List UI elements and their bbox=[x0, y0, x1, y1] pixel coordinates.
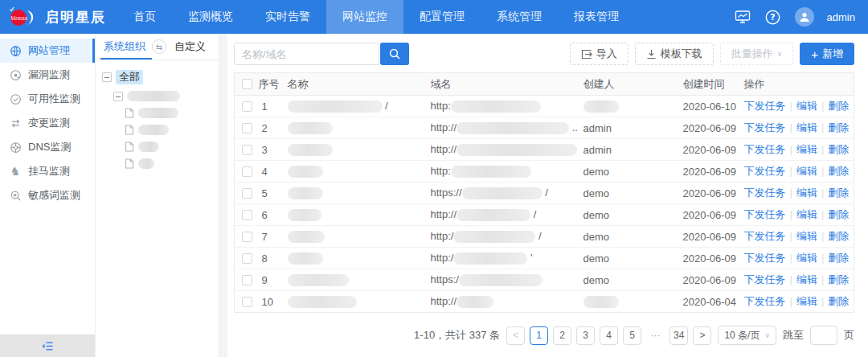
dispatch-task-link[interactable]: 下发任务 bbox=[744, 273, 786, 285]
search-button[interactable] bbox=[380, 43, 409, 65]
nav-item-3[interactable]: 实时告警 bbox=[249, 0, 326, 34]
tree-collapse-toggle-icon[interactable] bbox=[113, 92, 123, 101]
edit-link[interactable]: 编辑 bbox=[796, 273, 817, 285]
delete-link[interactable]: 删除 bbox=[828, 143, 849, 155]
tree-collapse-toggle-icon[interactable] bbox=[102, 72, 112, 82]
edit-link[interactable]: 编辑 bbox=[796, 121, 817, 133]
delete-link[interactable]: 删除 bbox=[828, 208, 849, 220]
template-download-button[interactable]: 模板下载 bbox=[635, 43, 714, 65]
search-input[interactable] bbox=[234, 43, 379, 65]
page-button-3[interactable]: 3 bbox=[576, 326, 595, 345]
page-size-select[interactable]: 10 条/页 ∨ bbox=[718, 326, 776, 345]
delete-link[interactable]: 删除 bbox=[828, 121, 849, 133]
sidebar-item-5[interactable]: DNS监测 bbox=[0, 135, 95, 159]
nav-item-5[interactable]: 配置管理 bbox=[403, 0, 481, 34]
swap-tabs-icon[interactable]: ⇆ bbox=[152, 39, 166, 54]
sidebar-item-4[interactable]: 变更监测 bbox=[0, 111, 95, 135]
user-avatar[interactable] bbox=[795, 7, 814, 27]
page-button-1[interactable]: 1 bbox=[530, 326, 548, 345]
sidebar-item-7[interactable]: 敏感词监测 bbox=[0, 183, 95, 207]
dispatch-task-link[interactable]: 下发任务 bbox=[744, 252, 786, 264]
action-separator: | bbox=[821, 273, 824, 285]
delete-link[interactable]: 删除 bbox=[828, 165, 849, 177]
dispatch-task-link[interactable]: 下发任务 bbox=[744, 165, 786, 177]
cell-actions: 下发任务|编辑|删除 bbox=[744, 139, 854, 161]
row-checkbox[interactable] bbox=[242, 210, 252, 220]
action-separator: | bbox=[790, 230, 792, 242]
tree-node-blurred[interactable] bbox=[102, 158, 212, 169]
edit-link[interactable]: 编辑 bbox=[796, 165, 817, 177]
import-button[interactable]: 导入 bbox=[570, 43, 628, 65]
tree-node-blurred[interactable] bbox=[102, 125, 212, 135]
row-checkbox[interactable] bbox=[242, 297, 252, 307]
page-button-2[interactable]: 2 bbox=[553, 326, 571, 345]
edit-link[interactable]: 编辑 bbox=[796, 100, 817, 112]
tree-node-blurred[interactable] bbox=[102, 108, 212, 118]
page-button-34[interactable]: 34 bbox=[669, 326, 688, 345]
page-button-5[interactable]: 5 bbox=[623, 326, 641, 345]
nav-item-2[interactable]: 监测概览 bbox=[172, 0, 249, 34]
nav-item-6[interactable]: 系统管理 bbox=[481, 0, 558, 34]
help-icon[interactable]: ? bbox=[764, 8, 782, 26]
dispatch-task-link[interactable]: 下发任务 bbox=[744, 100, 786, 112]
sidebar-item-3[interactable]: 可用性监测 bbox=[0, 87, 95, 111]
search-group bbox=[234, 43, 409, 65]
row-checkbox[interactable] bbox=[242, 188, 252, 199]
tree-node-root[interactable]: 全部 bbox=[102, 70, 212, 84]
sidebar-item-2[interactable]: 漏洞监测 bbox=[0, 63, 95, 87]
tree-root-label[interactable]: 全部 bbox=[116, 70, 143, 84]
edit-link[interactable]: 编辑 bbox=[796, 143, 817, 155]
tab-system-organization[interactable]: 系统组织 bbox=[102, 34, 147, 60]
file-icon bbox=[125, 142, 134, 152]
dispatch-task-link[interactable]: 下发任务 bbox=[744, 230, 786, 242]
nav-item-4[interactable]: 网站监控 bbox=[326, 0, 403, 34]
page-button-4[interactable]: 4 bbox=[600, 326, 618, 345]
delete-link[interactable]: 删除 bbox=[828, 187, 849, 199]
edit-link[interactable]: 编辑 bbox=[796, 187, 817, 199]
tab-custom[interactable]: 自定义 bbox=[173, 34, 207, 60]
cell-name bbox=[288, 139, 431, 161]
row-checkbox[interactable] bbox=[242, 166, 252, 177]
edit-link[interactable]: 编辑 bbox=[796, 252, 817, 264]
jump-page-input[interactable] bbox=[810, 326, 837, 345]
username-label[interactable]: admin bbox=[827, 11, 855, 23]
sidebar-item-6[interactable]: ♞挂马监测 bbox=[0, 159, 95, 183]
delete-link[interactable]: 删除 bbox=[828, 295, 849, 307]
row-checkbox[interactable] bbox=[242, 123, 252, 133]
row-checkbox[interactable] bbox=[242, 145, 252, 155]
sidebar-item-1[interactable]: 网站管理 bbox=[0, 39, 95, 63]
edit-link[interactable]: 编辑 bbox=[796, 230, 817, 242]
row-checkbox[interactable] bbox=[242, 275, 252, 285]
dispatch-task-link[interactable]: 下发任务 bbox=[744, 295, 786, 307]
monitor-chart-icon[interactable] bbox=[734, 8, 751, 26]
dispatch-task-link[interactable]: 下发任务 bbox=[744, 187, 786, 199]
delete-link[interactable]: 删除 bbox=[828, 230, 849, 242]
row-checkbox[interactable] bbox=[242, 253, 252, 264]
cell-no: 10 bbox=[259, 291, 288, 313]
delete-link[interactable]: 删除 bbox=[828, 100, 849, 112]
prev-page-button[interactable]: < bbox=[506, 326, 525, 345]
domain-protocol: http:/ bbox=[431, 252, 454, 264]
row-checkbox[interactable] bbox=[242, 232, 252, 242]
delete-link[interactable]: 删除 bbox=[828, 273, 849, 285]
cell-creator: demo bbox=[583, 269, 683, 291]
edit-link[interactable]: 编辑 bbox=[796, 208, 817, 220]
select-all-checkbox[interactable] bbox=[242, 79, 252, 89]
dispatch-task-link[interactable]: 下发任务 bbox=[744, 143, 786, 155]
next-page-button[interactable]: > bbox=[693, 326, 711, 345]
dispatch-task-link[interactable]: 下发任务 bbox=[744, 121, 786, 133]
cell-creator: demo bbox=[583, 248, 683, 269]
nav-item-7[interactable]: 报表管理 bbox=[558, 0, 635, 34]
batch-operation-button[interactable]: 批量操作 ∨ bbox=[720, 43, 794, 65]
cell-actions: 下发任务|编辑|删除 bbox=[744, 183, 854, 204]
nav-item-1[interactable]: 首页 bbox=[117, 0, 172, 34]
tree-node-blurred[interactable] bbox=[102, 142, 212, 152]
dispatch-task-link[interactable]: 下发任务 bbox=[744, 208, 786, 220]
row-checkbox[interactable] bbox=[242, 101, 252, 112]
delete-link[interactable]: 删除 bbox=[828, 252, 849, 264]
sidebar-collapse-button[interactable] bbox=[0, 334, 95, 357]
action-separator: | bbox=[790, 121, 792, 133]
tree-node-blurred[interactable] bbox=[102, 91, 212, 101]
add-button[interactable]: + 新增 bbox=[800, 43, 854, 65]
edit-link[interactable]: 编辑 bbox=[796, 295, 817, 307]
